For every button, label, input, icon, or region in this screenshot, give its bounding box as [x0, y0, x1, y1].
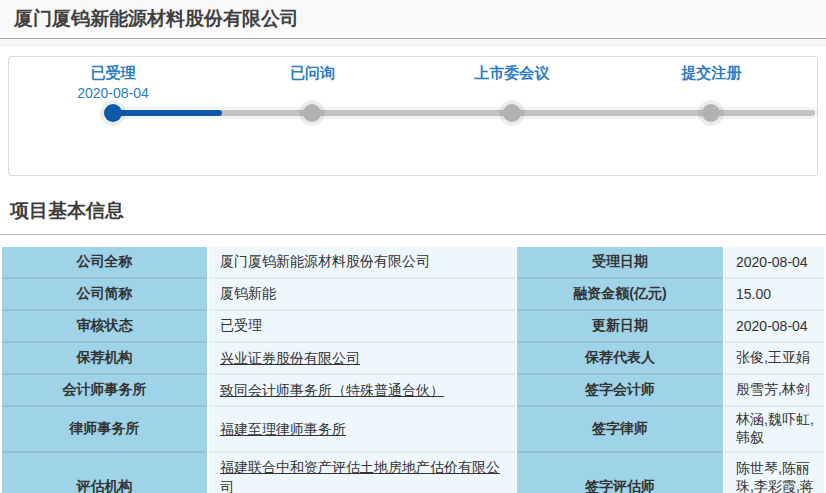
info-link[interactable]: 兴业证券股份有限公司: [220, 348, 360, 368]
stage-dot: [503, 104, 521, 122]
info-value: 陈世琴,陈丽珠,李彩霞,蒋云杰: [725, 453, 824, 493]
header-divider: [0, 39, 826, 46]
info-label: 会计师事务所: [2, 375, 207, 407]
info-value: 厦门厦钨新能源材料股份有限公司: [209, 247, 515, 279]
info-label: 更新日期: [517, 311, 723, 343]
timeline-box: 已受理2020-08-04已问询上市委会议提交注册: [8, 56, 818, 176]
info-value: 15.00: [725, 279, 824, 311]
info-label: 融资金额(亿元): [517, 279, 723, 311]
info-value: 已受理: [209, 311, 515, 343]
info-value: 张俊,王亚娟: [725, 343, 824, 375]
info-table: 公司全称厦门厦钨新能源材料股份有限公司受理日期2020-08-04公司简称厦钨新…: [2, 247, 824, 493]
info-link[interactable]: 福建联合中和资产评估土地房地产估价有限公司: [220, 457, 507, 493]
stage-label: 已问询: [237, 64, 387, 82]
timeline-stage: 提交注册: [636, 64, 786, 82]
info-value: 2020-08-04: [725, 247, 824, 279]
stage-dot: [303, 104, 321, 122]
info-label: 受理日期: [517, 247, 723, 279]
timeline-stage: 已受理2020-08-04: [38, 64, 188, 101]
info-value: 福建联合中和资产评估土地房地产估价有限公司北京中企华资产评估有限责任公司: [209, 453, 515, 493]
info-value: 林涵,魏吓虹,韩叙: [725, 407, 824, 453]
info-value: 兴业证券股份有限公司: [209, 343, 515, 375]
info-label: 保荐机构: [2, 343, 207, 375]
timeline-progress: [113, 110, 222, 116]
info-label: 签字评估师: [517, 453, 723, 493]
info-label: 保荐代表人: [517, 343, 723, 375]
stage-dot-active: [104, 104, 122, 122]
timeline-stage: 已问询: [237, 64, 387, 82]
info-label: 签字会计师: [517, 375, 723, 407]
stage-label: 上市委会议: [437, 64, 587, 82]
info-value: 殷雪芳,林剑: [725, 375, 824, 407]
stage-date: 2020-08-04: [38, 85, 188, 101]
info-label: 签字律师: [517, 407, 723, 453]
info-value: 致同会计师事务所（特殊普通合伙）: [209, 375, 515, 407]
stage-label: 已受理: [38, 64, 188, 82]
info-link[interactable]: 致同会计师事务所（特殊普通合伙）: [220, 380, 444, 400]
info-label: 评估机构: [2, 453, 207, 493]
info-label: 律师事务所: [2, 407, 207, 453]
info-value: 2020-08-04: [725, 311, 824, 343]
info-label: 公司简称: [2, 279, 207, 311]
stage-label: 提交注册: [636, 64, 786, 82]
stage-dot: [702, 104, 720, 122]
page-title: 厦门厦钨新能源材料股份有限公司: [14, 8, 812, 30]
section-title: 项目基本信息: [0, 190, 826, 235]
info-label: 审核状态: [2, 311, 207, 343]
info-link[interactable]: 福建至理律师事务所: [220, 419, 346, 439]
info-value: 福建至理律师事务所: [209, 407, 515, 453]
info-value: 厦钨新能: [209, 279, 515, 311]
timeline-stage: 上市委会议: [437, 64, 587, 82]
page-header: 厦门厦钨新能源材料股份有限公司: [0, 0, 826, 39]
info-label: 公司全称: [2, 247, 207, 279]
